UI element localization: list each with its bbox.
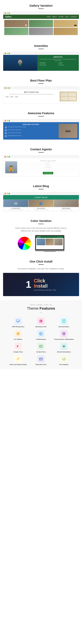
floorplan-content: BEST FLOOR PLAN Lorem ipsum dolor sit am… [3, 90, 79, 104]
theme-features-pretitle: HAVE A MORE LOOK OF [3, 304, 79, 306]
laptop-blog-2 [45, 238, 54, 245]
laptop-screen-inner: EMPIRE HOME BLOG [36, 236, 63, 249]
laptop-base [35, 250, 64, 251]
feature-icon-1: ✓ [5, 126, 7, 128]
agent-name-field: Your Name [19, 162, 77, 163]
blog-post-title-1: Lorem ipsum dolor [4, 208, 28, 209]
nav-blog: BLOG [65, 16, 69, 18]
feature-text-2: Clean and modern design layout [8, 129, 21, 130]
agent-field-1: Your Name [19, 162, 77, 163]
oneclick-click-title: ClickInstall [34, 278, 56, 289]
amenities-content-area: 🏠 🌳 AMENITIES Lorem ipsum dolor sit amet… [3, 55, 79, 71]
floorplan-title: Best Floor Plan [3, 79, 79, 82]
gallery-logo: Gallery [5, 16, 12, 18]
floorplan-header [3, 86, 79, 90]
color-content: EMPIRE HOME BLOG [3, 235, 79, 252]
svg-rect-11 [18, 332, 20, 334]
agent-photo: 🧍 [5, 161, 17, 173]
feature-documentation: Documentation [53, 318, 74, 328]
feature-responsive: 100% Responsive [8, 318, 29, 328]
amenity-4: Parking [58, 63, 77, 64]
gallery-nav: Gallery HOME ABOUT LISTING BLOG CONTACT [3, 14, 79, 19]
documentation-label: Documentation [58, 326, 69, 328]
oneclick-description: No hassle of installation. Just click! Y… [14, 268, 68, 270]
figure-2: 🚶 [49, 24, 52, 26]
fp-option-3[interactable]: 4BHK [15, 96, 19, 98]
amenities-header [3, 52, 79, 55]
figure-1: 🏠 [24, 24, 27, 26]
amenities-list: Swimming Pool Security Gym & Fitness Par… [39, 62, 77, 66]
svg-text:B: B [40, 320, 41, 322]
fp-room-3 [60, 96, 68, 101]
svg-rect-3 [17, 322, 18, 322]
amenities-section: Amenities 🏠 🌳 AMENITIES L [0, 40, 82, 75]
feature-clean-design: Clean and Simple design [8, 355, 29, 365]
gallery-title: Gallery Variation [3, 4, 79, 8]
amenities-description: Lorem ipsum dolor sit amet, consectetur … [39, 58, 77, 61]
addons-label: 21+ Addons [14, 338, 22, 340]
contactform-icon-box [37, 343, 45, 350]
svg-text:F: F [17, 345, 19, 348]
theme-title-bold: Features [40, 306, 55, 310]
floorplan-divider [38, 84, 44, 84]
agent-field-2: Email Address [19, 164, 77, 166]
gallery-item-1: 🏠 [4, 20, 28, 27]
responsive-label: 100% Responsive [12, 326, 24, 328]
animations-icon [62, 344, 66, 348]
googlefonts-icon: F [16, 344, 20, 348]
features-grid: 100% Responsive B Bootstrap v4.0x Doc [8, 318, 74, 365]
blog-content-area: LATEST BLOG 🏢 Lorem ipsum dolor Lorem ip… [3, 195, 79, 211]
contactform-icon [39, 344, 43, 348]
dot-red [5, 120, 6, 121]
fontawesome-icon: fa [39, 332, 43, 336]
floorplan-content-area: BEST FLOOR PLAN Lorem ipsum dolor sit am… [3, 90, 79, 104]
amenity-5: Parks & Garden [39, 65, 58, 66]
amenities-content: 🏠 🌳 AMENITIES Lorem ipsum dolor sit amet… [3, 55, 79, 71]
color-section: Color Variation Choice varies man to man… [0, 215, 82, 256]
dot-green [9, 87, 10, 89]
nav-home: HOME [47, 16, 51, 18]
laptop-blog-1 [37, 238, 45, 245]
floorplan-section: Best Floor Plan BEST FLOOR PLAN Lorem ip… [0, 75, 82, 108]
agents-title: Contact Agents [3, 148, 79, 151]
feature-icon-3: ✓ [5, 132, 7, 134]
theme-features-section: HAVE A MORE LOOK OF Theme Features ✦ 100… [0, 300, 82, 369]
dot-green [9, 12, 10, 14]
blog-card-2: 👥 Amet consectetur Adipiscing elit phase… [28, 200, 54, 211]
blog-post-title-2: Amet consectetur [29, 208, 53, 209]
room-image: 🛏 [59, 124, 77, 138]
googlefonts-icon-box: F [14, 343, 22, 350]
subscribeform-icon [39, 357, 43, 361]
blog-section: Latest Blog LATEST BLOG 🏢 Lorem ipsum do… [0, 180, 82, 215]
documentation-icon-box [60, 318, 68, 325]
fp-room-1 [60, 92, 68, 96]
features-title: Awesome Features [3, 112, 79, 115]
svg-rect-12 [17, 334, 18, 335]
feature-1: ✓ Fully responsive design works on all d… [5, 126, 57, 128]
dot-red [5, 193, 6, 194]
dot-red [5, 12, 6, 14]
oneclick-number: 1 [26, 280, 31, 289]
gallery-grid: 🏠 🚶 🏘 [3, 19, 79, 36]
feature-icon-2: ✓ [5, 129, 7, 131]
agent-field-4: Message [19, 169, 77, 170]
theme-divider-icon: ✦ [3, 311, 79, 314]
dot-yellow [7, 156, 8, 158]
contact-tag: CONTACT OUR AGENT [19, 160, 77, 162]
fp-option-1[interactable]: 2BHK [5, 96, 9, 98]
laptop-mockup: EMPIRE HOME BLOG [35, 235, 64, 252]
fontawesome-label: FontAwesome [36, 338, 46, 340]
amenities-divider [38, 49, 44, 49]
gallery-item-4 [4, 28, 28, 35]
blog-post-text-1: Lorem ipsum dolor sit amet consectetur [4, 209, 28, 210]
fp-option-2[interactable]: 3BHK [10, 96, 14, 98]
features-header [3, 119, 79, 122]
nav-listing: LISTING [58, 16, 64, 18]
contact-button[interactable]: Send Message [43, 172, 53, 174]
gallery-divider [38, 8, 44, 9]
addons-icon-box [14, 330, 22, 338]
blog-post-title-3: Quis nibh quisque [54, 208, 78, 209]
fp-description: Lorem ipsum dolor sit amet, consectetur … [5, 94, 58, 95]
floorplan-image [60, 92, 77, 102]
svg-rect-1 [19, 320, 20, 322]
